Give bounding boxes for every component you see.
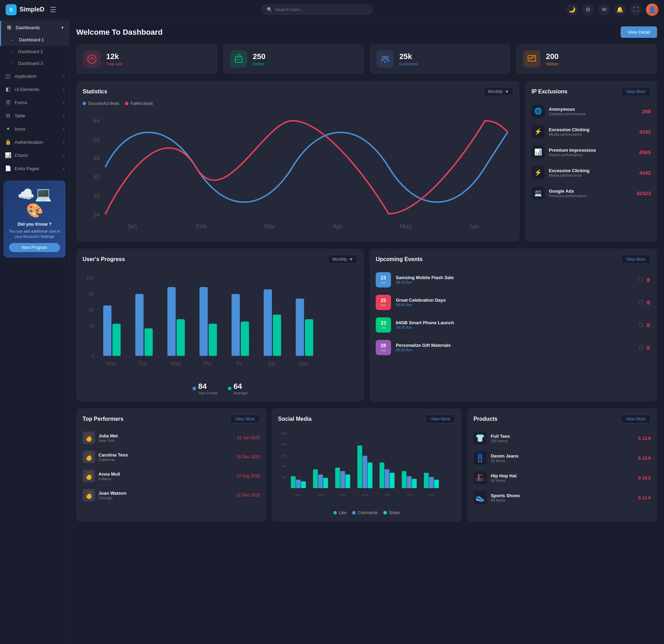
event-delete-0[interactable]: 🗑 — [646, 277, 651, 283]
svg-text:0: 0 — [92, 353, 94, 358]
user-avatar-button[interactable]: 👤 — [646, 3, 658, 16]
svg-rect-73 — [318, 475, 323, 488]
users-progress-card: User's Progress Monthly ▼ — [76, 249, 364, 402]
sidebar-item-application[interactable]: ◫ Application › — [0, 69, 69, 83]
promo-box: ☁️💻🎨 Did you Know ? You can add addition… — [3, 181, 66, 258]
event-date-0: 23 Oct — [376, 272, 391, 287]
promo-button[interactable]: New Program — [9, 243, 60, 252]
svg-rect-46 — [264, 289, 272, 356]
sidebar-item-extra-pages[interactable]: 📄 Extra Pages › — [0, 162, 69, 175]
svg-rect-70 — [296, 480, 301, 488]
svg-text:90: 90 — [89, 291, 94, 296]
product-info-0: Full Tees 100 Items — [491, 434, 634, 443]
sidebar-item-dashboard1[interactable]: ● Dashboard 1 — [0, 34, 69, 46]
svg-rect-89 — [434, 480, 439, 488]
users-progress-dropdown[interactable]: Monthly ▼ — [328, 255, 358, 264]
expand-button[interactable]: ⛶ — [630, 4, 642, 16]
customers-label: Customers — [399, 62, 418, 66]
hamburger-button[interactable]: ☰ — [50, 6, 56, 14]
svg-rect-72 — [313, 469, 318, 488]
performer-date-1: 18 Dec 2020 — [236, 454, 260, 459]
sidebar-item-dashboards[interactable]: ⊞ Dashboards ▼ — [0, 21, 69, 34]
social-media-title: Social Media — [278, 416, 312, 422]
event-delete-1[interactable]: 🗑 — [646, 300, 651, 305]
svg-text:Jan: Jan — [127, 223, 137, 230]
chevron-down-icon: ▼ — [349, 257, 353, 262]
page-title: Welcome To Dashboard — [76, 28, 163, 37]
social-media-view-more[interactable]: View More — [425, 415, 455, 424]
event-item-0: 23 Oct Samsing Mobile Flash Sale 08:30 A… — [376, 269, 651, 291]
upcoming-events-view-more[interactable]: View More — [621, 255, 651, 264]
chevron-right-icon6: › — [63, 140, 64, 144]
svg-text:Mar: Mar — [264, 223, 275, 230]
event-edit-2[interactable]: ☐ — [639, 322, 643, 328]
performer-0: 👩 Julia Met New York 23 Jun 2020 — [83, 428, 260, 448]
sidebar-item-forms[interactable]: ☰ Forms › — [0, 96, 69, 109]
svg-rect-85 — [407, 476, 412, 488]
sidebar-item-ui-elements[interactable]: ◧ UI Elements › — [0, 83, 69, 96]
main-content: Welcome To Dashboard View Detail 12k Tot… — [69, 19, 664, 644]
ip-exclusions-view-more[interactable]: View More — [621, 87, 651, 96]
dash1-icon: ● — [9, 39, 16, 42]
view-detail-button[interactable]: View Detail — [621, 26, 657, 38]
svg-rect-88 — [429, 477, 434, 488]
chevron-right-icon: › — [63, 74, 64, 78]
sidebar-item-charts[interactable]: 📊 Charts › — [0, 149, 69, 162]
statistics-card: Statistics Monthly ▼ Successful deals Fa… — [76, 81, 520, 242]
sidebar-label-ui-elements: UI Elements — [15, 87, 39, 92]
event-delete-2[interactable]: 🗑 — [646, 322, 651, 328]
statistics-dropdown[interactable]: Monthly ▼ — [484, 87, 513, 96]
ip-icon-4: 💻 — [531, 186, 545, 200]
performer-info-1: Carolina Tens California — [99, 452, 233, 462]
mail-button[interactable]: ✉ — [598, 4, 610, 16]
sidebar-label-table: Table — [15, 113, 25, 118]
ip-exclusions-header: IP Exclusions View More — [531, 87, 651, 96]
svg-rect-79 — [363, 456, 367, 488]
search-input[interactable] — [275, 7, 367, 12]
svg-text:64: 64 — [93, 118, 100, 124]
statistics-title: Statistics — [83, 89, 107, 95]
svg-rect-74 — [323, 478, 328, 488]
svg-rect-84 — [402, 471, 407, 488]
settings-button[interactable]: ⚙ — [582, 4, 594, 16]
sidebar-section-main: ⊞ Dashboards ▼ ● Dashboard 1 ● Dashboard… — [0, 21, 69, 175]
product-price-3: $ 11.0 — [638, 495, 651, 500]
bell-button[interactable]: 🔔 — [614, 4, 626, 16]
svg-text:56: 56 — [93, 136, 100, 143]
sidebar-item-icons[interactable]: ✦ Icons › — [0, 122, 69, 135]
ip-item-2: 📊 Premium Impressions Reach performance … — [531, 142, 651, 162]
product-1: 👖 Denim Jeans 92 Items $ 15.6 — [474, 448, 651, 468]
svg-rect-78 — [357, 446, 362, 488]
top-performers-view-more[interactable]: View More — [230, 415, 260, 424]
sidebar-item-dashboard3[interactable]: ● Dashboard 3 — [0, 58, 69, 69]
ip-info-3: Excessive Clicking Media performance — [549, 168, 635, 177]
event-edit-0[interactable]: ☐ — [639, 277, 643, 283]
svg-rect-75 — [335, 468, 340, 488]
bar-chart-svg: 120 90 60 30 0 — [83, 269, 358, 374]
search-icon: 🔍 — [267, 7, 272, 12]
sidebar-item-table[interactable]: ⊟ Table › — [0, 109, 69, 122]
event-delete-3[interactable]: 🗑 — [646, 345, 651, 350]
sidebar-item-dashboard2[interactable]: ● Dashboard 2 — [0, 46, 69, 58]
products-view-more[interactable]: View More — [621, 415, 651, 424]
svg-rect-44 — [232, 294, 240, 356]
event-edit-3[interactable]: ☐ — [639, 345, 643, 350]
event-edit-1[interactable]: ☐ — [639, 300, 643, 305]
welcome-header: Welcome To Dashboard View Detail — [76, 26, 657, 38]
progress-dot-average — [228, 387, 231, 390]
svg-text:Tue: Tue — [340, 493, 346, 497]
products-header: Products View More — [474, 415, 651, 424]
svg-rect-81 — [380, 463, 384, 488]
sidebar-item-authentication[interactable]: 🔒 Authentication › — [0, 135, 69, 149]
theme-toggle-button[interactable]: 🌙 — [566, 4, 578, 16]
top-performers-header: Top Performers View More — [83, 415, 260, 424]
bottom-middle-row: User's Progress Monthly ▼ — [76, 249, 657, 402]
svg-rect-37 — [112, 324, 121, 356]
svg-rect-47 — [273, 315, 281, 356]
ip-value-4: 32423 — [636, 190, 651, 196]
performers-list: 👩 Julia Met New York 23 Jun 2020 👩 Carol… — [83, 428, 260, 504]
ip-icon-2: 📊 — [531, 145, 545, 159]
chevron-right-icon3: › — [63, 101, 64, 104]
logo-icon: S — [6, 4, 17, 15]
logo-container: S SimpleD ☰ — [6, 4, 68, 15]
